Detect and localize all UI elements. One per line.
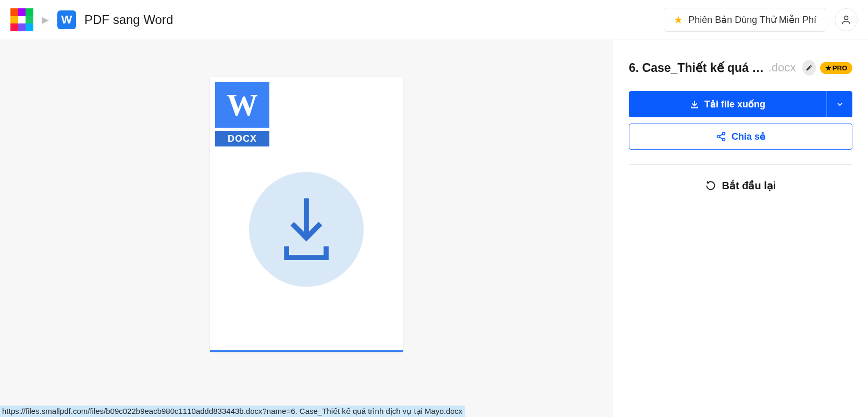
app-logo[interactable] bbox=[10, 8, 33, 31]
breadcrumb-caret-icon: ▶ bbox=[42, 14, 49, 26]
pencil-icon bbox=[805, 64, 813, 71]
word-file-icon: W bbox=[215, 82, 269, 128]
document-card[interactable]: W DOCX bbox=[210, 77, 403, 352]
svg-point-3 bbox=[722, 132, 725, 135]
free-trial-button[interactable]: ★ Phiên Bản Dùng Thử Miễn Phí bbox=[664, 8, 826, 32]
status-bar-url: https://files.smallpdf.com/files/b09c022… bbox=[0, 406, 465, 417]
tool-word-icon: W bbox=[57, 10, 76, 29]
svg-point-0 bbox=[844, 16, 848, 20]
user-icon bbox=[840, 14, 852, 26]
download-label: Tải file xuống bbox=[704, 99, 765, 110]
header-left: ▶ W PDF sang Word bbox=[10, 8, 173, 31]
pro-badge: ★ PRO bbox=[820, 62, 852, 74]
restart-icon bbox=[705, 180, 716, 191]
svg-point-4 bbox=[717, 136, 720, 138]
svg-line-7 bbox=[720, 137, 723, 139]
side-panel: 6. Case_Thiết kế quá trìn… .docx ★ PRO T… bbox=[613, 40, 868, 417]
file-name: 6. Case_Thiết kế quá trìn… bbox=[629, 61, 764, 75]
preview-area: W DOCX bbox=[0, 40, 613, 417]
edit-filename-button[interactable] bbox=[802, 60, 816, 76]
download-button-group: Tải file xuống bbox=[629, 91, 852, 117]
share-button[interactable]: Chia sẻ bbox=[629, 124, 852, 150]
file-extension-label: DOCX bbox=[215, 131, 269, 146]
share-icon bbox=[716, 131, 726, 142]
header: ▶ W PDF sang Word ★ Phiên Bản Dùng Thử M… bbox=[0, 0, 868, 40]
file-extension: .docx bbox=[768, 61, 796, 75]
download-dropdown-button[interactable] bbox=[826, 91, 852, 117]
download-circle bbox=[249, 172, 364, 287]
restart-button[interactable]: Bắt đầu lại bbox=[629, 179, 852, 192]
download-large-icon bbox=[278, 195, 335, 263]
svg-line-6 bbox=[720, 134, 723, 136]
download-icon bbox=[690, 100, 699, 109]
svg-point-5 bbox=[722, 138, 725, 141]
restart-label: Bắt đầu lại bbox=[722, 179, 776, 192]
file-info-row: 6. Case_Thiết kế quá trìn… .docx ★ PRO bbox=[629, 60, 852, 76]
header-right: ★ Phiên Bản Dùng Thử Miễn Phí bbox=[664, 8, 858, 32]
star-small-icon: ★ bbox=[825, 64, 832, 72]
star-icon: ★ bbox=[674, 14, 683, 26]
chevron-down-icon bbox=[836, 100, 844, 108]
account-button[interactable] bbox=[835, 8, 858, 31]
download-button[interactable]: Tải file xuống bbox=[629, 91, 826, 117]
main: W DOCX 6. Case_Thiết kế quá trìn… .docx … bbox=[0, 40, 868, 417]
pro-label: PRO bbox=[833, 64, 847, 72]
free-trial-label: Phiên Bản Dùng Thử Miễn Phí bbox=[688, 14, 816, 26]
share-label: Chia sẻ bbox=[731, 131, 765, 142]
divider bbox=[629, 164, 852, 165]
page-title: PDF sang Word bbox=[84, 13, 173, 27]
